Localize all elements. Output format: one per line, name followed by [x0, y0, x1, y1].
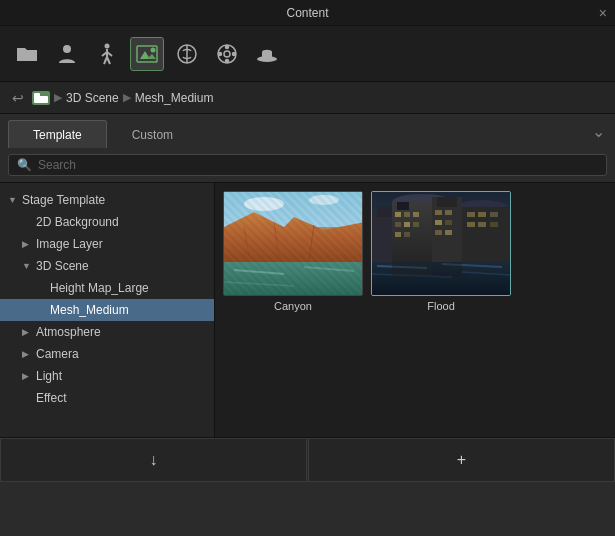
download-button[interactable]: ↓	[0, 438, 307, 482]
tree-arrow: ▶	[22, 371, 32, 381]
svg-rect-47	[404, 232, 410, 237]
svg-line-30	[234, 270, 284, 274]
bottom-bar: ↓ +	[0, 438, 615, 482]
breadcrumb-sep-1: ▶	[54, 91, 62, 104]
main-content: ▼ Stage Template 2D Background ▶ Image L…	[0, 183, 615, 438]
character-icon[interactable]	[170, 37, 204, 71]
tabs-bar: Template Custom ⌄	[0, 114, 615, 148]
svg-rect-22	[224, 192, 363, 227]
content-panel: Canyon	[215, 183, 615, 437]
add-button[interactable]: +	[308, 438, 615, 482]
svg-point-24	[309, 195, 339, 205]
svg-rect-21	[34, 93, 40, 97]
svg-rect-41	[404, 212, 410, 217]
svg-rect-43	[395, 222, 401, 227]
breadcrumb-mesh[interactable]: Mesh_Medium	[135, 91, 214, 105]
tree-item-stage-template[interactable]: ▼ Stage Template	[0, 189, 214, 211]
tree-arrow	[22, 217, 32, 227]
breadcrumb-scene[interactable]: 3D Scene	[66, 91, 119, 105]
svg-rect-45	[413, 222, 419, 227]
svg-rect-57	[467, 212, 475, 217]
svg-rect-46	[395, 232, 401, 237]
svg-rect-69	[432, 262, 462, 277]
content-item-canyon[interactable]: Canyon	[223, 191, 363, 312]
download-icon: ↓	[150, 451, 158, 469]
toolbar	[0, 26, 615, 82]
svg-rect-37	[377, 207, 392, 217]
tree-item-light[interactable]: ▶ Light	[0, 365, 214, 387]
svg-line-32	[224, 282, 294, 286]
reel-icon[interactable]	[210, 37, 244, 71]
breadcrumb-sep-2: ▶	[123, 91, 131, 104]
tree-arrow	[22, 393, 32, 403]
tree-item-2d-background[interactable]: 2D Background	[0, 211, 214, 233]
close-button[interactable]: ×	[599, 6, 607, 20]
svg-line-31	[304, 267, 354, 271]
svg-rect-55	[445, 230, 452, 235]
tree-label: 2D Background	[36, 215, 119, 229]
svg-rect-50	[435, 210, 442, 215]
tree-arrow	[36, 305, 46, 315]
tree-label: Height Map_Large	[50, 281, 149, 295]
tree-item-image-layer[interactable]: ▶ Image Layer	[0, 233, 214, 255]
tree-item-height-map[interactable]: Height Map_Large	[0, 277, 214, 299]
svg-rect-61	[478, 222, 486, 227]
tree-label: Effect	[36, 391, 66, 405]
svg-rect-68	[392, 262, 432, 277]
svg-point-17	[219, 52, 222, 55]
svg-line-27	[274, 222, 279, 257]
svg-rect-54	[435, 230, 442, 235]
svg-rect-60	[467, 222, 475, 227]
tree-item-effect[interactable]: Effect	[0, 387, 214, 409]
tree-item-camera[interactable]: ▶ Camera	[0, 343, 214, 365]
add-icon: +	[457, 451, 466, 469]
tab-template[interactable]: Template	[8, 120, 107, 148]
hat-icon[interactable]	[250, 37, 284, 71]
flood-thumbnail	[371, 191, 511, 296]
canyon-thumbnail	[223, 191, 363, 296]
svg-rect-39	[397, 202, 409, 210]
tree-label: 3D Scene	[36, 259, 89, 273]
svg-rect-62	[490, 222, 498, 227]
tree-label: Image Layer	[36, 237, 103, 251]
svg-point-15	[226, 45, 229, 48]
search-icon: 🔍	[17, 158, 32, 172]
svg-rect-52	[435, 220, 442, 225]
content-item-flood[interactable]: Flood	[371, 191, 511, 312]
tree-item-3d-scene[interactable]: ▼ 3D Scene	[0, 255, 214, 277]
flood-label: Flood	[427, 300, 455, 312]
svg-rect-42	[413, 212, 419, 217]
svg-rect-58	[478, 212, 486, 217]
svg-rect-59	[490, 212, 498, 217]
tree-arrow	[36, 283, 46, 293]
tree-label: Camera	[36, 347, 79, 361]
tree-arrow: ▶	[22, 349, 32, 359]
person-icon[interactable]	[50, 37, 84, 71]
title-bar: Content ×	[0, 0, 615, 26]
search-input-wrap: 🔍	[8, 154, 607, 176]
search-input[interactable]	[38, 158, 598, 172]
back-button[interactable]: ↩	[8, 88, 28, 108]
tree-panel: ▼ Stage Template 2D Background ▶ Image L…	[0, 183, 215, 437]
svg-point-1	[105, 43, 110, 48]
svg-point-23	[244, 197, 284, 211]
search-bar: 🔍	[0, 148, 615, 183]
svg-rect-29	[224, 262, 363, 296]
tab-custom[interactable]: Custom	[107, 120, 198, 148]
tree-item-atmosphere[interactable]: ▶ Atmosphere	[0, 321, 214, 343]
svg-rect-40	[395, 212, 401, 217]
breadcrumb-icon	[32, 91, 50, 105]
landscape-icon[interactable]	[130, 37, 164, 71]
tree-arrow: ▼	[8, 195, 18, 205]
tabs-dropdown-icon[interactable]: ⌄	[592, 122, 605, 141]
svg-rect-44	[404, 222, 410, 227]
tree-label: Light	[36, 369, 62, 383]
tree-label: Mesh_Medium	[50, 303, 129, 317]
figure-icon[interactable]	[90, 37, 124, 71]
tree-arrow: ▶	[22, 239, 32, 249]
svg-point-10	[151, 47, 156, 52]
folder-icon[interactable]	[10, 37, 44, 71]
tree-item-mesh-medium[interactable]: Mesh_Medium	[0, 299, 214, 321]
tree-label: Atmosphere	[36, 325, 101, 339]
svg-point-0	[63, 45, 71, 53]
